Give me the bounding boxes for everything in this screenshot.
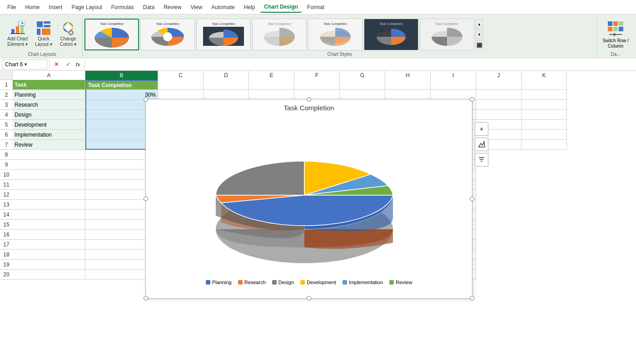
row-header-12[interactable]: 12 [0, 190, 13, 200]
chart-style-1[interactable]: Task Completion [84, 19, 139, 50]
col-header-a[interactable]: A [13, 71, 85, 80]
row-header-10[interactable]: 10 [0, 170, 13, 180]
quick-layout-button[interactable]: QuickLayout ▾ [32, 18, 55, 49]
menu-chart-design[interactable]: Chart Design [260, 2, 302, 13]
cell-k4[interactable] [522, 110, 567, 120]
chart-container[interactable]: Task Completion [145, 99, 472, 299]
chart-style-4[interactable]: Task Completion [252, 19, 307, 50]
name-box-dropdown[interactable]: ▾ [25, 62, 27, 67]
chart-style-6[interactable]: Task Completion [364, 19, 418, 50]
cell-j2[interactable] [476, 90, 522, 100]
row-header-6[interactable]: 6 [0, 130, 13, 140]
row-header-7[interactable]: 7 [0, 140, 13, 150]
cell-a5[interactable]: Development [13, 120, 85, 130]
chart-handle-bl[interactable] [144, 296, 148, 300]
row-header-3[interactable]: 3 [0, 100, 13, 110]
cell-e2[interactable] [249, 90, 294, 100]
change-colors-button[interactable]: ChangeColors ▾ [57, 18, 80, 49]
row-header-13[interactable]: 13 [0, 200, 13, 210]
insert-function-button[interactable]: fx [75, 59, 85, 69]
cell-a19[interactable] [13, 260, 85, 270]
menu-format[interactable]: Format [303, 2, 328, 12]
cell-a15[interactable] [13, 220, 85, 230]
cell-i1[interactable] [431, 80, 476, 90]
cell-i2[interactable] [431, 90, 476, 100]
confirm-formula-button[interactable]: ✓ [63, 59, 73, 69]
chart-handle-mr[interactable] [470, 197, 474, 201]
cell-a6[interactable]: Implementation [13, 130, 85, 140]
row-header-5[interactable]: 5 [0, 120, 13, 130]
row-header-8[interactable]: 8 [0, 150, 13, 160]
cell-j4[interactable] [476, 110, 522, 120]
chart-filters-button[interactable] [475, 153, 488, 167]
cell-f2[interactable] [294, 90, 340, 100]
name-box[interactable]: Chart 6 ▾ [2, 59, 47, 69]
cell-a17[interactable] [13, 240, 85, 250]
cell-a4[interactable]: Design [13, 110, 85, 120]
cell-a16[interactable] [13, 230, 85, 240]
cancel-formula-button[interactable]: ✕ [51, 59, 61, 69]
col-header-h[interactable]: H [385, 71, 431, 80]
menu-view[interactable]: View [187, 2, 206, 12]
row-header-11[interactable]: 11 [0, 180, 13, 190]
cell-c2[interactable] [158, 90, 204, 100]
cell-f1[interactable] [294, 80, 340, 90]
cell-a2[interactable]: Planning [13, 90, 85, 100]
cell-k2[interactable] [522, 90, 567, 100]
formula-input[interactable] [87, 59, 634, 69]
cell-k3[interactable] [522, 100, 567, 110]
chart-elements-button[interactable]: + [475, 122, 488, 136]
col-header-k[interactable]: K [522, 71, 567, 80]
menu-formulas[interactable]: Formulas [108, 2, 138, 12]
cell-a7[interactable]: Review [13, 140, 85, 150]
chart-style-7[interactable]: Task Completion [420, 19, 474, 50]
chart-styles-button[interactable] [475, 138, 488, 151]
cell-c1[interactable] [158, 80, 204, 90]
row-header-4[interactable]: 4 [0, 110, 13, 120]
cell-h1[interactable] [385, 80, 431, 90]
cell-j3[interactable] [476, 100, 522, 110]
menu-home[interactable]: Home [21, 2, 43, 12]
col-header-d[interactable]: D [204, 71, 249, 80]
row-header-1[interactable]: 1 [0, 80, 13, 90]
cell-k5[interactable] [522, 120, 567, 130]
cell-a9[interactable] [13, 160, 85, 170]
cell-d1[interactable] [204, 80, 249, 90]
cell-j1[interactable] [476, 80, 522, 90]
cell-a12[interactable] [13, 190, 85, 200]
cell-d2[interactable] [204, 90, 249, 100]
row-header-16[interactable]: 16 [0, 230, 13, 240]
add-chart-element-button[interactable]: Add ChartElement ▾ [5, 18, 30, 49]
row-header-19[interactable]: 19 [0, 260, 13, 270]
row-header-2[interactable]: 2 [0, 90, 13, 100]
gallery-scroll-up[interactable]: ▲ [476, 20, 483, 29]
col-header-f[interactable]: F [294, 71, 340, 80]
cell-g2[interactable] [340, 90, 385, 100]
row-header-15[interactable]: 15 [0, 220, 13, 230]
chart-style-2[interactable]: Task Completion [140, 19, 195, 50]
chart-handle-tl[interactable] [144, 97, 148, 102]
cell-h2[interactable] [385, 90, 431, 100]
col-header-g[interactable]: G [340, 71, 385, 80]
gallery-scroll-down[interactable]: ▼ [476, 30, 483, 39]
cell-a18[interactable] [13, 250, 85, 260]
row-header-20[interactable]: 20 [0, 270, 13, 280]
row-header-9[interactable]: 9 [0, 160, 13, 170]
cell-k6[interactable] [522, 130, 567, 140]
cell-g1[interactable] [340, 80, 385, 90]
cell-a3[interactable]: Research [13, 100, 85, 110]
cell-a8[interactable] [13, 150, 85, 160]
chart-style-5[interactable]: Task Completion [308, 19, 363, 50]
menu-file[interactable]: File [4, 2, 20, 12]
row-header-14[interactable]: 14 [0, 210, 13, 220]
gallery-expand[interactable]: ⬛ [476, 40, 483, 49]
cell-a10[interactable] [13, 170, 85, 180]
chart-style-3[interactable]: Task Completion [196, 19, 251, 50]
cell-a11[interactable] [13, 180, 85, 190]
cell-a14[interactable] [13, 210, 85, 220]
col-header-c[interactable]: C [158, 71, 204, 80]
chart-handle-bc[interactable] [307, 296, 311, 300]
menu-insert[interactable]: Insert [45, 2, 66, 12]
switch-rowcol-button[interactable]: Switch Row /Column [601, 18, 631, 51]
chart-handle-ml[interactable] [144, 197, 148, 201]
